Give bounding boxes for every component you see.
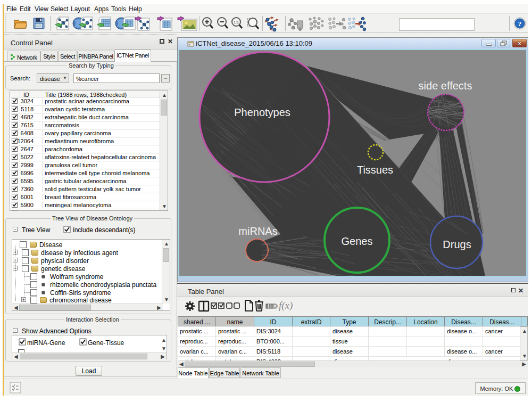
- svg-text:side effects: side effects: [419, 80, 472, 92]
- svg-text:Genes: Genes: [342, 235, 373, 247]
- svg-text:Drugs: Drugs: [443, 239, 471, 250]
- svg-text:Tissues: Tissues: [357, 164, 393, 176]
- svg-text:Phenotypes: Phenotypes: [234, 106, 290, 118]
- svg-text:miRNAs: miRNAs: [238, 225, 277, 237]
- svg-text:?: ?: [518, 20, 522, 28]
- svg-text:1:1: 1:1: [234, 20, 239, 24]
